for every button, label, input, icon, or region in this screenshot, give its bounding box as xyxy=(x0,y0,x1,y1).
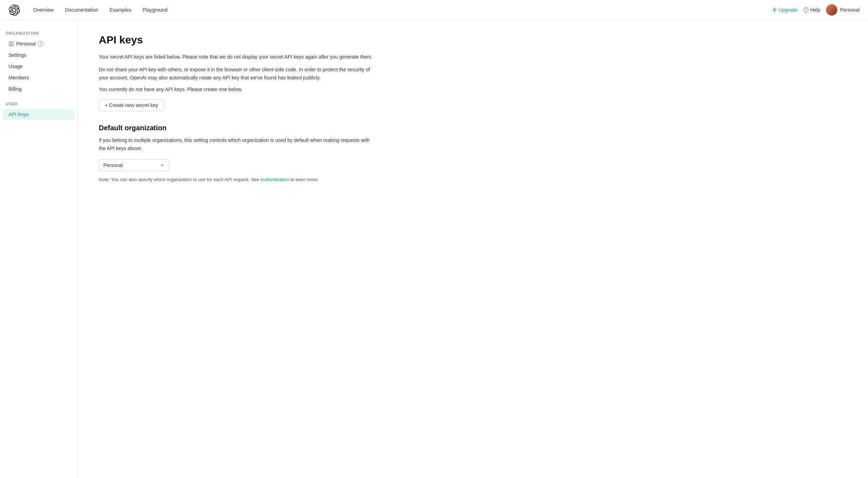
header: Overview Documentation Examples Playgrou… xyxy=(0,0,868,20)
nav-item-overview[interactable]: Overview xyxy=(28,5,59,15)
nav-item-playground[interactable]: Playground xyxy=(138,5,172,15)
avatar xyxy=(826,4,837,16)
sidebar-item-personal[interactable]: Personal ? xyxy=(3,38,74,49)
user-section-label: USER xyxy=(0,102,77,109)
upgrade-button[interactable]: Upgrade xyxy=(772,7,797,13)
warning-text: Do not share your API key with others, o… xyxy=(99,66,374,82)
create-key-label: + Create new secret key xyxy=(105,102,158,108)
help-label: Help xyxy=(810,7,820,13)
sidebar-item-usage[interactable]: Usage xyxy=(3,61,74,72)
sidebar-item-members[interactable]: Members xyxy=(3,72,74,83)
org-select-value: Personal xyxy=(103,162,123,168)
building-icon xyxy=(8,41,14,47)
main-content: API keys Your secret API keys are listed… xyxy=(78,20,395,478)
description-1: Your secret API keys are listed below. P… xyxy=(99,53,374,61)
user-label: Personal xyxy=(840,7,860,13)
logo[interactable] xyxy=(8,4,20,16)
help-icon xyxy=(803,7,809,13)
user-menu-button[interactable]: Personal xyxy=(826,4,860,16)
no-keys-text: You currently do not have any API keys. … xyxy=(99,86,374,92)
nav-item-examples[interactable]: Examples xyxy=(105,5,136,15)
api-keys-label: API Keys xyxy=(8,112,29,117)
sidebar-item-settings[interactable]: Settings xyxy=(3,49,74,61)
usage-label: Usage xyxy=(8,64,23,69)
note-text: Note: You can also specify which organiz… xyxy=(99,177,374,182)
sidebar: ORGANIZATION Personal ? Settings Usage M… xyxy=(0,20,78,478)
page-title: API keys xyxy=(99,34,374,46)
create-secret-key-button[interactable]: + Create new secret key xyxy=(99,99,164,111)
members-label: Members xyxy=(8,75,29,80)
sidebar-item-api-keys[interactable]: API Keys xyxy=(3,109,74,120)
app-layout: ORGANIZATION Personal ? Settings Usage M… xyxy=(0,20,868,478)
settings-label: Settings xyxy=(8,52,26,58)
upgrade-label: Upgrade xyxy=(778,7,797,13)
info-icon[interactable]: ? xyxy=(38,41,43,47)
bolt-icon xyxy=(772,7,777,12)
authentication-link[interactable]: Authentication xyxy=(260,177,289,182)
billing-label: Billing xyxy=(8,86,22,92)
svg-point-1 xyxy=(806,11,806,11)
personal-label: Personal xyxy=(16,41,36,47)
sidebar-item-billing[interactable]: Billing xyxy=(3,83,74,95)
main-nav: Overview Documentation Examples Playgrou… xyxy=(28,5,772,15)
default-org-title: Default organization xyxy=(99,124,374,132)
org-select[interactable]: Personal xyxy=(99,159,169,171)
help-button[interactable]: Help xyxy=(803,7,820,13)
nav-item-documentation[interactable]: Documentation xyxy=(60,5,103,15)
chevron-down-icon xyxy=(160,163,165,168)
header-right: Upgrade Help Personal xyxy=(772,4,860,16)
default-org-description: If you belong to multiple organizations,… xyxy=(99,136,374,152)
org-section-label: ORGANIZATION xyxy=(0,31,77,38)
